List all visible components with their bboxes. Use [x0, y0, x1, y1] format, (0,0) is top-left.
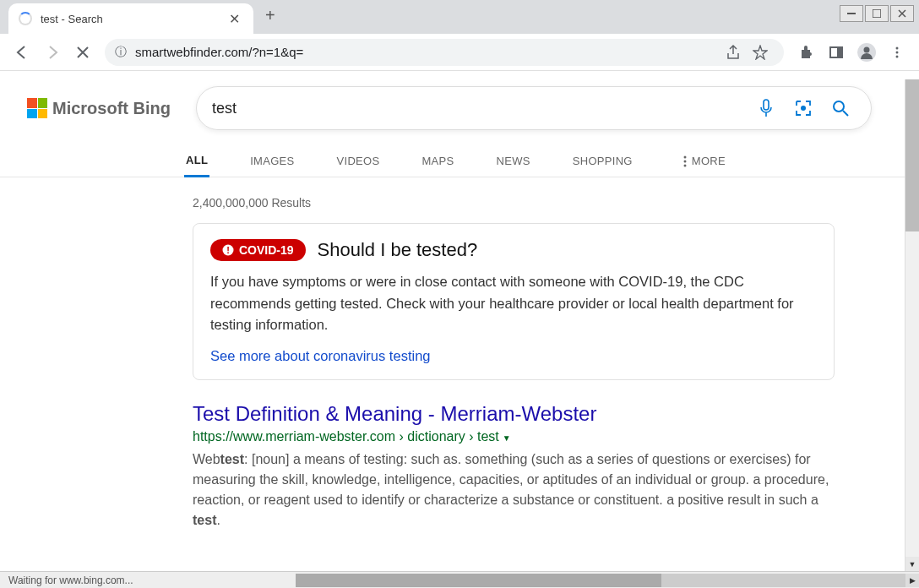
browser-toolbar: ⓘ [0, 34, 919, 71]
status-text: Waiting for www.bing.com... [0, 574, 296, 586]
scroll-right-button[interactable]: ▶ [905, 574, 919, 587]
covid-link[interactable]: See more about coronavirus testing [210, 348, 430, 363]
svg-point-5 [864, 46, 870, 52]
bing-header: Microsoft Bing [0, 86, 919, 130]
kebab-icon [890, 46, 904, 59]
forward-arrow-icon [45, 45, 60, 60]
window-controls [840, 5, 914, 22]
covid-body: If you have symptoms or were in close co… [210, 271, 817, 336]
search-box [196, 86, 872, 130]
url-input[interactable] [135, 45, 720, 59]
tab-shopping[interactable]: SHOPPING [571, 146, 634, 176]
microphone-icon [758, 99, 775, 117]
covid-pill-label: COVID-19 [239, 243, 294, 257]
kebab-icon [683, 155, 687, 167]
bing-logo-text: Microsoft Bing [52, 99, 171, 118]
svg-point-11 [834, 101, 844, 112]
image-search-button[interactable] [788, 93, 818, 123]
tab-title: test - Search [41, 13, 226, 25]
svg-point-14 [683, 164, 686, 166]
tab-more-label: MORE [692, 155, 726, 167]
search-icon [831, 99, 850, 117]
tab-strip: test - Search ✕ + [0, 0, 919, 34]
forward-button[interactable] [39, 39, 66, 66]
svg-rect-9 [764, 100, 769, 110]
stop-icon [77, 46, 89, 58]
panel-icon [829, 45, 844, 60]
scrollbar-thumb[interactable] [905, 79, 919, 231]
back-arrow-icon [14, 45, 30, 60]
search-result: Test Definition & Meaning - Merriam-Webs… [193, 402, 835, 531]
voice-search-button[interactable] [751, 93, 781, 123]
result-snippet: Webtest: [noun] a means of testing: such… [193, 449, 835, 531]
profile-button[interactable] [853, 39, 880, 66]
share-button[interactable] [720, 39, 747, 66]
result-title-link[interactable]: Test Definition & Meaning - Merriam-Webs… [193, 402, 835, 426]
svg-text:!: ! [226, 245, 230, 255]
svg-point-10 [801, 106, 806, 111]
results-area: 2,400,000,000 Results ! COVID-19 Should … [0, 177, 919, 531]
avatar-icon [857, 43, 876, 62]
new-tab-button[interactable]: + [265, 6, 275, 25]
maximize-button[interactable] [865, 5, 889, 22]
minimize-button[interactable] [840, 5, 863, 22]
covid-title: Should I be tested? [318, 239, 478, 261]
site-info-icon[interactable]: ⓘ [115, 45, 127, 60]
browser-tab[interactable]: test - Search ✕ [8, 3, 253, 34]
caret-down-icon[interactable]: ▼ [503, 433, 511, 443]
svg-point-8 [896, 55, 899, 57]
search-input[interactable] [212, 100, 744, 117]
close-icon [898, 9, 906, 18]
close-window-button[interactable] [890, 5, 914, 22]
page-viewport: Microsoft Bing ALL IMAGES VIDEOS MAPS NE… [0, 71, 919, 563]
tab-more[interactable]: MORE [682, 146, 727, 176]
loading-spinner-icon [19, 12, 32, 25]
alert-icon: ! [222, 244, 234, 256]
vertical-scrollbar[interactable]: ▼ [905, 79, 919, 571]
covid-card: ! COVID-19 Should I be tested? If you ha… [193, 223, 835, 380]
back-button[interactable] [8, 39, 35, 66]
puzzle-icon [798, 45, 813, 60]
svg-point-6 [896, 46, 899, 49]
tab-maps[interactable]: MAPS [420, 146, 455, 176]
microsoft-logo-icon [27, 98, 47, 118]
svg-rect-3 [837, 47, 842, 57]
tab-close-button[interactable]: ✕ [226, 11, 243, 27]
horizontal-scrollbar[interactable] [296, 574, 905, 587]
svg-rect-0 [847, 13, 856, 14]
status-bar: Waiting for www.bing.com... ▶ [0, 571, 919, 588]
extensions-button[interactable] [792, 39, 819, 66]
share-icon [726, 45, 741, 60]
hscroll-thumb[interactable] [296, 574, 661, 587]
covid-pill: ! COVID-19 [210, 239, 306, 261]
bookmark-button[interactable] [747, 39, 774, 66]
bing-logo[interactable]: Microsoft Bing [27, 98, 171, 118]
search-tabs: ALL IMAGES VIDEOS MAPS NEWS SHOPPING MOR… [0, 145, 919, 177]
tab-videos[interactable]: VIDEOS [335, 146, 382, 176]
stop-button[interactable] [69, 39, 96, 66]
menu-button[interactable] [884, 39, 911, 66]
maximize-icon [873, 9, 881, 18]
svg-point-7 [896, 51, 899, 53]
scroll-down-button[interactable]: ▼ [905, 557, 919, 571]
address-bar[interactable]: ⓘ [105, 39, 784, 66]
search-button[interactable] [825, 93, 856, 123]
svg-point-12 [683, 155, 686, 158]
svg-point-13 [683, 160, 686, 162]
minimize-icon [847, 13, 856, 14]
tab-all[interactable]: ALL [184, 145, 209, 177]
lens-icon [794, 99, 813, 117]
tab-news[interactable]: NEWS [495, 146, 532, 176]
tab-images[interactable]: IMAGES [248, 146, 296, 176]
star-icon [753, 45, 768, 60]
svg-rect-1 [873, 9, 881, 18]
result-url[interactable]: https://www.merriam-webster.com › dictio… [193, 429, 835, 444]
sidepanel-button[interactable] [823, 39, 850, 66]
result-count: 2,400,000,000 Results [193, 196, 851, 210]
